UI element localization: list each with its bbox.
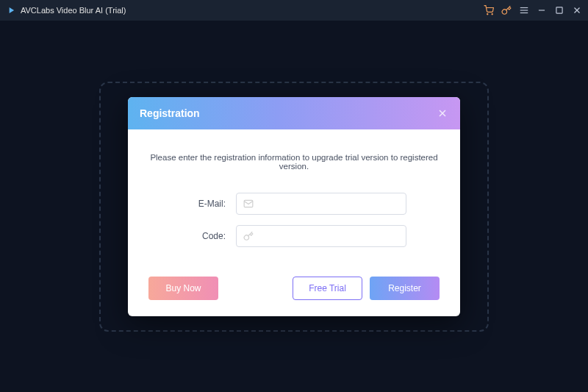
modal-header: Registration [128, 97, 460, 129]
email-label: E-Mail: [182, 199, 226, 209]
buy-now-button[interactable]: Buy Now [148, 277, 218, 300]
email-input-wrap [236, 193, 406, 215]
svg-point-0 [487, 14, 488, 15]
menu-icon[interactable] [519, 5, 529, 15]
free-trial-button[interactable]: Free Trial [293, 277, 362, 300]
email-input[interactable] [236, 193, 406, 215]
close-icon[interactable] [437, 107, 448, 119]
titlebar: AVCLabs Video Blur AI (Trial) [0, 0, 588, 21]
app-logo-icon [6, 5, 16, 15]
modal-message: Please enter the registration informatio… [148, 153, 440, 171]
key-input-icon [243, 231, 254, 241]
cart-icon[interactable] [484, 5, 494, 15]
key-icon[interactable] [501, 5, 512, 15]
modal-title: Registration [140, 107, 200, 119]
close-window-icon[interactable] [572, 5, 582, 15]
modal-footer: Buy Now Free Trial Register [148, 277, 440, 300]
register-button[interactable]: Register [370, 277, 440, 300]
titlebar-right [484, 5, 582, 15]
app-title: AVCLabs Video Blur AI (Trial) [21, 6, 126, 15]
registration-modal: Registration Please enter the registrati… [128, 97, 460, 316]
modal-body: Please enter the registration informatio… [128, 129, 460, 316]
maximize-icon[interactable] [554, 5, 564, 15]
minimize-icon[interactable] [537, 5, 547, 15]
mail-icon [243, 199, 254, 209]
code-input-wrap [236, 225, 406, 247]
code-label: Code: [182, 231, 226, 241]
modal-backdrop: Registration Please enter the registrati… [0, 21, 588, 392]
svg-rect-6 [556, 7, 562, 13]
email-row: E-Mail: [148, 193, 440, 215]
code-row: Code: [148, 225, 440, 247]
svg-point-1 [492, 14, 492, 15]
titlebar-left: AVCLabs Video Blur AI (Trial) [6, 5, 126, 15]
code-input[interactable] [236, 225, 406, 247]
